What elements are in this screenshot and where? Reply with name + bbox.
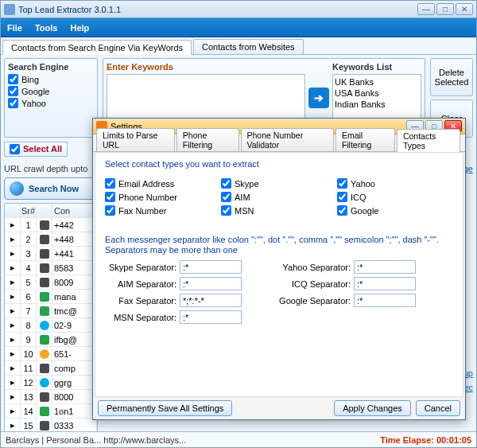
chk-email[interactable]: Email Address <box>105 178 221 189</box>
phone-icon <box>40 421 49 430</box>
inp-skype-sep[interactable] <box>180 260 242 274</box>
chk-icq[interactable]: ICQ <box>337 192 453 202</box>
table-row[interactable]: ▸141on1 <box>5 404 97 419</box>
table-row[interactable]: ▸7tmc@ <box>5 304 97 318</box>
lbl-msn-sep: MSN Separator: <box>105 313 176 322</box>
col-sr[interactable]: Sr# <box>21 204 37 217</box>
menubar: File Tools Help <box>1 18 476 37</box>
table-row[interactable]: ▸12ggrg <box>5 376 97 390</box>
table-row[interactable]: ▸6mana <box>5 290 97 304</box>
tab-email-filter[interactable]: Email Filtering <box>335 128 395 151</box>
cell-contact: 8000 <box>52 390 97 403</box>
lbl-google-sep: Google Separator: <box>279 296 351 306</box>
phone-icon <box>40 220 49 230</box>
table-row[interactable]: ▸3+441 <box>5 247 97 261</box>
table-row[interactable]: ▸802-9 <box>5 318 97 333</box>
settings-dialog: Settings — □ ✕ Limits to Parse URL Phone… <box>92 118 466 420</box>
cell-contact: ifbg@ <box>52 333 97 346</box>
grid-header: Sr# Con <box>5 204 97 218</box>
lbl-icq-sep: ICQ Separator: <box>279 279 351 289</box>
keyword-item[interactable]: UK Banks <box>335 76 419 88</box>
inp-google-sep[interactable] <box>354 294 416 307</box>
phone-icon <box>40 364 49 373</box>
dialog-footer: Permanently Save All Settings Apply Chan… <box>93 397 465 419</box>
tab-limits[interactable]: Limits to Parse URL <box>96 128 175 151</box>
chk-google[interactable]: Google <box>8 86 94 96</box>
table-row[interactable]: ▸58009 <box>5 275 97 290</box>
tab-websites[interactable]: Contacts from Websites <box>193 39 304 54</box>
table-row[interactable]: ▸48583 <box>5 261 97 275</box>
chk-aim[interactable]: AIM <box>221 192 337 202</box>
cell-contact: +442 <box>52 218 97 232</box>
cell-contact: 8009 <box>52 275 97 289</box>
mail-icon <box>40 306 49 316</box>
phone-icon <box>40 278 49 287</box>
chk-phone[interactable]: Phone Number <box>105 192 221 202</box>
phone-icon <box>40 235 49 244</box>
table-row[interactable]: ▸2+448 <box>5 232 97 247</box>
apply-button[interactable]: Apply Changes <box>334 400 411 416</box>
cell-sr: 13 <box>21 390 37 403</box>
mail-icon <box>40 292 49 302</box>
separator-note: Each messenger separator like colon ":""… <box>105 235 453 255</box>
cell-sr: 3 <box>21 247 37 260</box>
menu-help[interactable]: Help <box>70 23 89 33</box>
inp-icq-sep[interactable] <box>354 277 416 290</box>
maximize-button[interactable]: □ <box>436 3 454 15</box>
table-row[interactable]: ▸1+442 <box>5 218 97 232</box>
menu-tools[interactable]: Tools <box>35 23 58 33</box>
instruction-text: Select contact types you want to extract <box>105 159 453 169</box>
globe-icon <box>10 181 24 196</box>
minimize-button[interactable]: — <box>417 3 435 15</box>
chk-yahoo[interactable]: Yahoo <box>337 178 453 189</box>
search-now-button[interactable]: Search Now <box>4 177 98 200</box>
mail-icon <box>40 335 49 345</box>
col-contact[interactable]: Con <box>52 204 97 217</box>
phone-icon <box>40 392 49 402</box>
cell-contact: +441 <box>52 247 97 260</box>
tab-contacts-types[interactable]: Contacts Types <box>397 129 460 152</box>
keyword-item[interactable]: USA Banks <box>335 88 419 99</box>
menu-file[interactable]: File <box>7 23 22 33</box>
inp-yahoo-sep[interactable] <box>354 260 416 274</box>
chk-skype[interactable]: Skype <box>221 178 337 189</box>
table-row[interactable]: ▸11comp <box>5 361 97 376</box>
chk-msn[interactable]: MSN <box>221 205 337 216</box>
cell-contact: tmc@ <box>52 304 97 317</box>
chk-google-type[interactable]: Google <box>337 205 453 216</box>
status-elapsed: Time Elapse: 00:01:05 <box>380 435 471 445</box>
tab-phone-filter[interactable]: Phone Filtering <box>176 128 239 151</box>
chk-bing[interactable]: Bing <box>8 74 94 84</box>
inp-msn-sep[interactable] <box>180 310 242 324</box>
msn-icon <box>40 349 49 359</box>
lbl-fax-sep: Fax Separator: <box>105 296 176 306</box>
cell-sr: 15 <box>21 419 37 432</box>
cell-contact: 02-9 <box>52 318 97 332</box>
cell-sr: 7 <box>21 304 37 317</box>
chk-fax[interactable]: Fax Number <box>105 205 221 216</box>
tab-phone-validator[interactable]: Phone Number Validator <box>241 128 334 151</box>
cell-contact: +448 <box>52 232 97 246</box>
close-button[interactable]: ✕ <box>456 3 473 15</box>
cancel-button[interactable]: Cancel <box>416 400 460 416</box>
delete-selected-button[interactable]: Delete Selected <box>430 58 473 96</box>
table-row[interactable]: ▸10651- <box>5 347 97 361</box>
crawl-depth-label: URL crawl depth upto <box>4 164 87 173</box>
chk-yahoo[interactable]: Yahoo <box>8 98 94 108</box>
table-row[interactable]: ▸138000 <box>5 390 97 404</box>
main-tabs: Contacts from Search Engine Via KeyWords… <box>1 37 476 55</box>
select-all-checkbox[interactable]: Select All <box>4 142 68 157</box>
search-engine-panel: Search Engine Bing Google Yahoo <box>4 58 98 138</box>
save-all-button[interactable]: Permanently Save All Settings <box>98 400 232 416</box>
enter-keywords-heading: Enter Keywords <box>107 62 305 72</box>
add-keyword-button[interactable]: ➔ <box>308 88 329 108</box>
search-engine-heading: Search Engine <box>8 62 94 72</box>
keyword-item[interactable]: Indian Banks <box>335 99 419 110</box>
inp-aim-sep[interactable] <box>180 277 242 290</box>
inp-fax-sep[interactable] <box>180 294 242 307</box>
lbl-yahoo-sep: Yahoo Separator: <box>279 263 351 272</box>
statusbar: Barclays | Personal Ba... http://www.bar… <box>1 431 476 447</box>
cell-contact: 0333 <box>52 419 97 432</box>
table-row[interactable]: ▸9ifbg@ <box>5 333 97 347</box>
tab-search-engine[interactable]: Contacts from Search Engine Via KeyWords <box>2 40 192 55</box>
